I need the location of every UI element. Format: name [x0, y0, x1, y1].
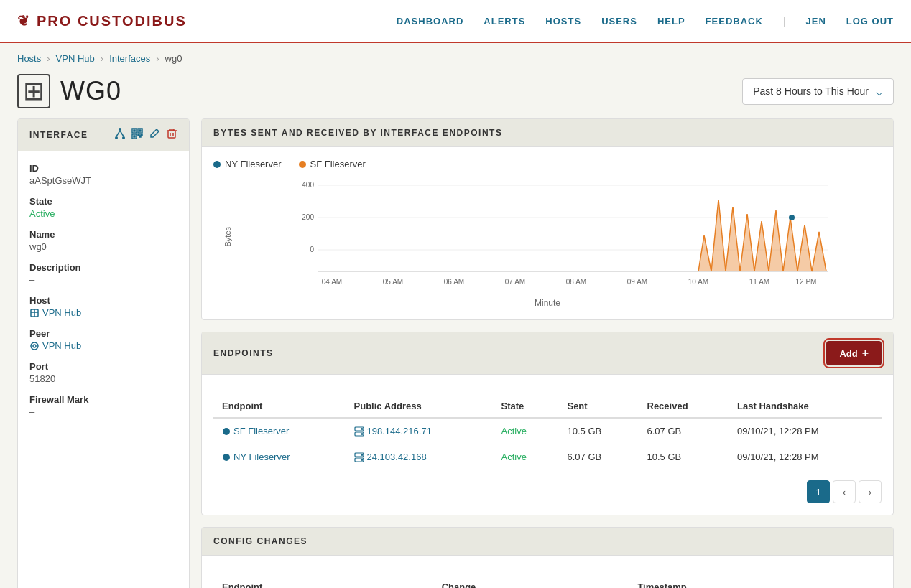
chart-legend: NY Fileserver SF Fileserver: [213, 159, 882, 169]
breadcrumb-interfaces[interactable]: Interfaces: [109, 53, 150, 64]
sf-ip-link[interactable]: 198.144.216.71: [354, 426, 484, 437]
chart-title: BYTES SENT AND RECEIVED BY INTERFACE END…: [202, 119, 893, 147]
svg-text:12 PM: 12 PM: [796, 278, 817, 286]
ny-endpoint-icon: [222, 453, 231, 462]
page-1-button[interactable]: 1: [807, 480, 830, 503]
svg-rect-10: [134, 136, 135, 137]
col-last-handshake: Last Handshake: [729, 395, 882, 418]
endpoints-table: Endpoint Public Address State Sent Recei…: [213, 395, 882, 470]
server-icon-2: [354, 452, 364, 462]
prev-page-button[interactable]: ‹: [833, 480, 856, 503]
endpoint-ny: NY Fileserver: [213, 444, 346, 470]
svg-point-45: [361, 428, 363, 429]
sidebar-action-icons: [114, 128, 177, 142]
field-name-value: wg0: [29, 241, 177, 252]
nav-users[interactable]: USERS: [601, 16, 637, 27]
time-selector-label: Past 8 Hours to This Hour: [753, 85, 869, 97]
nav-links: DASHBOARD ALERTS HOSTS USERS HELP FEEDBA…: [397, 15, 894, 27]
ny-state: Active: [492, 444, 558, 470]
chevron-down-icon: ⌵: [876, 85, 883, 98]
qr-icon[interactable]: [131, 128, 143, 142]
logo-text: PRO CUSTODIBUS: [37, 13, 187, 29]
cube-icon: [29, 308, 40, 318]
nav-hosts[interactable]: HOSTS: [545, 16, 581, 27]
add-endpoint-button[interactable]: Add +: [826, 341, 882, 365]
svg-line-4: [120, 131, 124, 136]
endpoint-sf: SF Fileserver: [213, 418, 346, 444]
sf-last-handshake: 09/10/21, 12:28 PM: [729, 418, 882, 444]
chart-svg: 400 200 0 04 AM 05 AM 06 AM 07 AM 08 AM …: [242, 178, 882, 293]
svg-text:04 AM: 04 AM: [322, 278, 342, 286]
col-state: State: [492, 395, 558, 418]
x-axis-label: Minute: [213, 298, 882, 308]
ny-sent: 6.07 GB: [558, 444, 638, 470]
svg-point-42: [223, 428, 230, 435]
svg-point-2: [122, 136, 125, 139]
config-col-endpoint: Endpoint: [213, 576, 433, 588]
nav-feedback[interactable]: FEEDBACK: [706, 16, 763, 27]
field-host-value: VPN Hub: [29, 307, 177, 318]
config-changes-table: Endpoint Change Timestamp: [213, 576, 882, 588]
ny-received: 10.5 GB: [639, 444, 729, 470]
next-page-button[interactable]: ›: [859, 480, 882, 503]
svg-text:08 AM: 08 AM: [566, 278, 586, 286]
svg-text:06 AM: 06 AM: [444, 278, 464, 286]
field-port-value: 51820: [29, 373, 177, 384]
svg-point-0: [119, 128, 121, 131]
svg-point-51: [361, 459, 363, 460]
fork-icon[interactable]: [114, 128, 126, 142]
endpoints-header: ENDPOINTS Add +: [202, 332, 893, 375]
page-title-area: ⊞ WG0: [17, 74, 121, 108]
col-received: Received: [639, 395, 729, 418]
breadcrumb-vpn-hub[interactable]: VPN Hub: [56, 53, 95, 64]
svg-point-50: [361, 454, 363, 455]
field-id: ID aASptGseWJT: [29, 163, 177, 186]
ny-ip-link[interactable]: 24.103.42.168: [354, 452, 484, 462]
nav-alerts[interactable]: ALERTS: [484, 16, 525, 27]
endpoints-body: Endpoint Public Address State Sent Recei…: [202, 375, 893, 515]
col-endpoint: Endpoint: [213, 395, 346, 418]
svg-rect-9: [139, 130, 141, 131]
time-selector-button[interactable]: Past 8 Hours to This Hour ⌵: [742, 78, 894, 105]
svg-text:0: 0: [310, 246, 314, 253]
breadcrumb: Hosts › VPN Hub › Interfaces › wg0: [0, 43, 911, 64]
nav-dashboard[interactable]: DASHBOARD: [397, 16, 464, 27]
svg-point-41: [789, 215, 795, 220]
svg-text:400: 400: [302, 181, 314, 189]
server-icon: [354, 426, 364, 437]
nav-help[interactable]: HELP: [657, 16, 685, 27]
svg-point-47: [223, 454, 230, 461]
host-link[interactable]: VPN Hub: [29, 307, 177, 318]
nav-user[interactable]: JEN: [805, 16, 826, 27]
field-name: Name wg0: [29, 229, 177, 252]
nav-logout[interactable]: LOG OUT: [846, 16, 894, 27]
logo-icon: ❦: [17, 12, 31, 29]
page-header: ⊞ WG0 Past 8 Hours to This Hour ⌵: [0, 64, 911, 118]
breadcrumb-hosts[interactable]: Hosts: [17, 53, 41, 64]
config-col-timestamp: Timestamp: [629, 576, 882, 588]
app-logo: ❦ PRO CUSTODIBUS: [17, 12, 187, 29]
svg-point-21: [31, 342, 38, 350]
config-col-change: Change: [433, 576, 629, 588]
sf-received: 6.07 GB: [639, 418, 729, 444]
table-row: NY Fileserver 24.103.42.168: [213, 444, 882, 470]
svg-text:200: 200: [302, 213, 314, 221]
peer-link[interactable]: VPN Hub: [29, 340, 177, 351]
svg-text:11 AM: 11 AM: [749, 278, 769, 286]
field-firewall-mark-value: –: [29, 406, 177, 417]
endpoints-title: ENDPOINTS: [213, 348, 274, 358]
svg-text:07 AM: 07 AM: [505, 278, 525, 286]
field-id-value: aASptGseWJT: [29, 175, 177, 186]
delete-icon[interactable]: [166, 128, 177, 142]
edit-icon[interactable]: [149, 128, 160, 142]
svg-line-3: [116, 131, 120, 136]
plus-icon: +: [862, 347, 869, 360]
field-port: Port 51820: [29, 361, 177, 384]
field-description: Description –: [29, 262, 177, 285]
col-sent: Sent: [558, 395, 638, 418]
sf-fileserver-link[interactable]: SF Fileserver: [222, 426, 337, 437]
config-changes-body: Endpoint Change Timestamp: [202, 556, 893, 588]
config-changes-card: CONFIG CHANGES Endpoint Change Timestamp: [201, 527, 894, 588]
ny-fileserver-link[interactable]: NY Fileserver: [222, 452, 337, 462]
chevron-left-icon: ‹: [843, 487, 846, 498]
